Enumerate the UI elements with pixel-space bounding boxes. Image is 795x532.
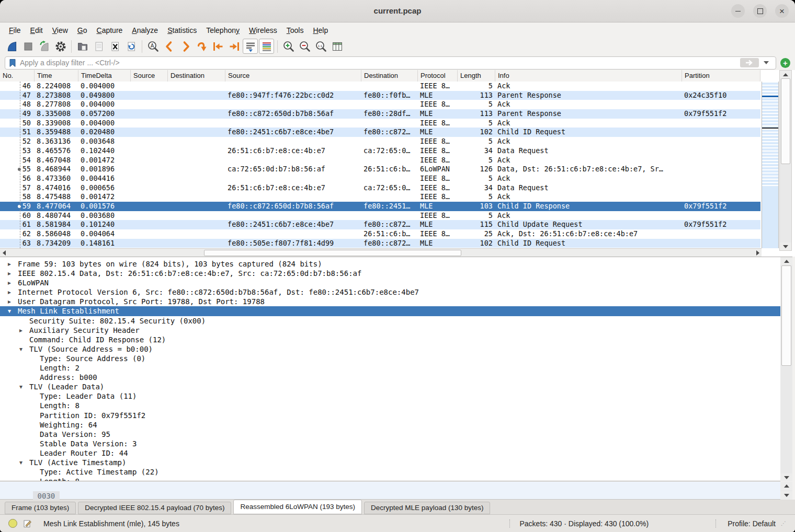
packet-row-58[interactable]: 588.4754880.001472IEEE 8…5Ack [0, 192, 760, 202]
restart-capture-button[interactable] [37, 39, 52, 54]
menu-telephony[interactable]: Telephony [201, 25, 244, 36]
menu-capture[interactable]: Capture [92, 25, 128, 36]
detail-line[interactable]: ▸6LoWPAN [0, 278, 780, 287]
expert-info-icon[interactable] [8, 519, 17, 528]
packet-row-54[interactable]: 548.4670480.001472IEEE 8…5Ack [0, 156, 760, 165]
detail-line[interactable]: Address: b000 [0, 373, 780, 382]
status-profile[interactable]: Profile: Default [716, 519, 776, 528]
menu-help[interactable]: Help [308, 25, 333, 36]
packet-list-minimap[interactable] [762, 82, 779, 248]
close-button[interactable]: × [775, 4, 789, 18]
byte-tab[interactable]: Reassembled 6LoWPAN (193 bytes) [233, 500, 362, 514]
titlebar[interactable]: current.pcap × [0, 0, 795, 22]
detail-line[interactable]: ▾TLV (Source Address = b0:00) [0, 344, 780, 354]
detail-line[interactable]: Length: 2 [0, 363, 780, 373]
column-header-source[interactable]: Source [131, 70, 168, 82]
column-header-source[interactable]: Source [225, 70, 361, 82]
byte-tab[interactable]: Decrypted IEEE 802.15.4 payload (70 byte… [78, 502, 231, 514]
auto-scroll-button[interactable] [243, 39, 258, 54]
detail-line[interactable]: Data Version: 95 [0, 430, 780, 439]
column-header-destination[interactable]: Destination [168, 70, 225, 82]
scroll-thumb[interactable] [781, 78, 790, 164]
column-header-info[interactable]: Info [495, 70, 682, 82]
menu-file[interactable]: File [4, 25, 26, 36]
detail-line[interactable]: Type: Source Address (0) [0, 354, 780, 363]
save-file-button[interactable] [91, 39, 106, 54]
scroll-left-arrow[interactable] [0, 249, 8, 257]
scroll-down-arrow[interactable] [780, 491, 792, 500]
detail-line[interactable]: ▸IEEE 802.15.4 Data, Dst: 26:51:c6:b7:e8… [0, 269, 780, 278]
column-header-time[interactable]: Time [35, 70, 78, 82]
packet-row-51[interactable]: 518.3594880.020480fe80::2451:c6b7:e8ce:4… [0, 128, 760, 137]
stop-capture-button[interactable] [20, 39, 36, 54]
scroll-thumb[interactable] [781, 265, 791, 366]
column-header-partition[interactable]: Partition [682, 70, 760, 82]
detail-line[interactable]: Command: Child ID Response (12) [0, 335, 780, 344]
detail-line[interactable]: Weighting: 64 [0, 420, 780, 430]
add-filter-button[interactable]: + [780, 58, 790, 68]
scroll-up-arrow[interactable] [780, 482, 792, 490]
menu-statistics[interactable]: Statistics [163, 25, 201, 36]
detail-line[interactable]: Security Suite: 802.15.4 Security (0x00) [0, 316, 780, 326]
menu-go[interactable]: Go [73, 25, 92, 36]
scroll-down-arrow[interactable] [780, 242, 791, 250]
scroll-right-arrow[interactable] [754, 249, 762, 257]
packet-row-49[interactable]: 498.3350080.057200fe80::c872:650d:b7b8:5… [0, 109, 760, 119]
start-capture-button[interactable] [4, 39, 19, 54]
column-header-no[interactable]: No. [0, 70, 35, 82]
expander-open-icon[interactable]: ▾ [8, 306, 11, 316]
packet-row-60[interactable]: 608.4807440.003680IEEE 8…5Ack [0, 211, 760, 221]
detail-line[interactable]: Leader Router ID: 44 [0, 448, 780, 458]
scroll-down-arrow[interactable] [780, 473, 792, 481]
detail-line[interactable]: ▾TLV (Leader Data) [0, 382, 780, 391]
detail-line[interactable]: ▸Auxiliary Security Header [0, 326, 780, 335]
detail-line[interactable]: ▾TLV (Active Timestamp) [0, 458, 780, 467]
zoom-original-button[interactable]: 1:1 [313, 39, 328, 54]
detail-line[interactable]: ▸Frame 59: 103 bytes on wire (824 bits),… [0, 259, 780, 269]
packet-row-53[interactable]: 538.4655760.10244026:51:c6:b7:e8:ce:4b:e… [0, 146, 760, 156]
packet-row-48[interactable]: 488.2778080.004000IEEE 8…5Ack [0, 100, 760, 109]
minimize-button[interactable] [731, 4, 745, 18]
packet-list-vscrollbar[interactable] [779, 70, 792, 251]
packet-row-52[interactable]: 528.3631360.003648IEEE 8…5Ack [0, 137, 760, 146]
filter-bookmark-icon[interactable] [9, 59, 16, 67]
colorize-button[interactable] [259, 39, 274, 54]
detail-line[interactable]: Type: Leader Data (11) [0, 391, 780, 401]
detail-line[interactable]: Partition ID: 0x79f551f2 [0, 411, 780, 420]
packet-row-47[interactable]: 478.2738080.049800fe80::947f:f476:22bc:c… [0, 91, 760, 100]
menu-view[interactable]: View [48, 25, 73, 36]
packet-list-hscrollbar[interactable] [0, 248, 762, 257]
go-forward-button[interactable] [178, 39, 193, 54]
byte-tab[interactable]: Frame (103 bytes) [5, 502, 76, 514]
detail-line[interactable]: ▾Mesh Link Establishment [0, 306, 780, 316]
packet-row-61[interactable]: 618.5819840.101240fe80::2451:c6b7:e8ce:4… [0, 220, 760, 229]
detail-line[interactable]: Length: 8 [0, 401, 780, 410]
last-packet-button[interactable] [226, 39, 242, 54]
first-packet-button[interactable] [210, 39, 225, 54]
zoom-out-button[interactable] [297, 39, 312, 54]
column-header-destination[interactable]: Destination [361, 70, 418, 82]
expander-closed-icon[interactable]: ▸ [8, 259, 11, 269]
find-packet-button[interactable]: A [145, 39, 161, 54]
detail-line[interactable]: Length: 8 [0, 477, 780, 481]
byte-tab[interactable]: Decrypted MLE payload (130 bytes) [364, 502, 490, 514]
menu-analyze[interactable]: Analyze [127, 25, 163, 36]
detail-line[interactable]: ▸User Datagram Protocol, Src Port: 19788… [0, 297, 780, 306]
capture-options-button[interactable] [53, 39, 68, 54]
packet-row-63[interactable]: 638.7342090.148161fe80::505e:f807:7f81:4… [0, 239, 760, 248]
scroll-up-arrow[interactable] [780, 257, 792, 265]
menu-edit[interactable]: Edit [26, 25, 48, 36]
column-header-length[interactable]: Length [458, 70, 495, 82]
packet-row-62[interactable]: 628.5860480.00406426:51:c6:b…IEEE 8…25Ac… [0, 229, 760, 239]
expander-open-icon[interactable]: ▾ [19, 458, 22, 467]
details-vscrollbar[interactable] [780, 257, 792, 481]
detail-line[interactable]: Type: Active Timestamp (22) [0, 467, 780, 477]
expander-closed-icon[interactable]: ▸ [8, 269, 11, 278]
filter-dropdown-caret[interactable] [764, 61, 769, 64]
reload-file-button[interactable] [123, 39, 139, 54]
capture-comment-icon[interactable] [24, 519, 32, 528]
scroll-thumb[interactable] [204, 250, 461, 256]
menu-wireless[interactable]: Wireless [244, 25, 282, 36]
packet-row-56[interactable]: 568.4733600.004416IEEE 8…5Ack [0, 174, 760, 183]
expander-closed-icon[interactable]: ▸ [8, 278, 11, 287]
